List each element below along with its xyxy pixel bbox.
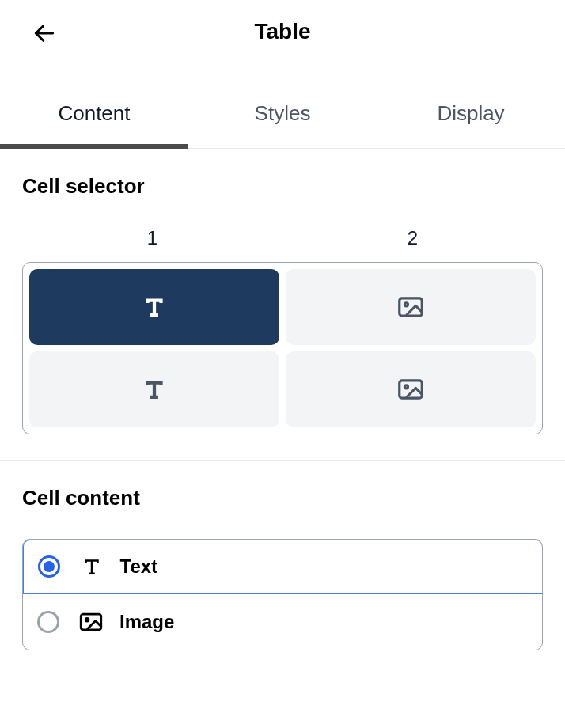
column-header-1: 1: [22, 227, 282, 249]
image-icon: [396, 292, 426, 322]
column-header-2: 2: [282, 227, 543, 249]
tab-content[interactable]: Content: [0, 82, 188, 148]
tab-styles[interactable]: Styles: [188, 82, 377, 148]
cell-content-options: Text Image: [22, 539, 543, 650]
cell-1-1[interactable]: [29, 269, 279, 345]
image-icon: [77, 609, 105, 635]
arrow-left-icon: [32, 21, 57, 46]
svg-point-4: [404, 385, 408, 389]
cell-1-2[interactable]: [286, 269, 536, 345]
text-icon: [141, 294, 168, 320]
option-text-label: Text: [120, 555, 158, 578]
option-image[interactable]: Image: [23, 594, 542, 650]
radio-image[interactable]: [37, 611, 59, 633]
tab-display[interactable]: Display: [377, 82, 565, 148]
image-icon: [396, 374, 426, 404]
option-image-label: Image: [119, 611, 174, 633]
text-icon: [141, 376, 168, 403]
cell-2-2[interactable]: [286, 351, 536, 427]
svg-point-2: [404, 303, 408, 306]
radio-text[interactable]: [38, 555, 60, 578]
page-title: Table: [25, 19, 540, 44]
column-headers: 1 2: [22, 227, 543, 249]
cell-grid: [22, 262, 543, 434]
cell-2-1[interactable]: [29, 351, 279, 427]
cell-selector-heading: Cell selector: [22, 174, 543, 199]
cell-content-heading: Cell content: [22, 486, 543, 510]
text-icon: [78, 555, 106, 578]
tabs: Content Styles Display: [0, 82, 565, 149]
option-text[interactable]: Text: [22, 539, 543, 594]
back-button[interactable]: [32, 21, 57, 46]
svg-point-6: [85, 618, 89, 621]
